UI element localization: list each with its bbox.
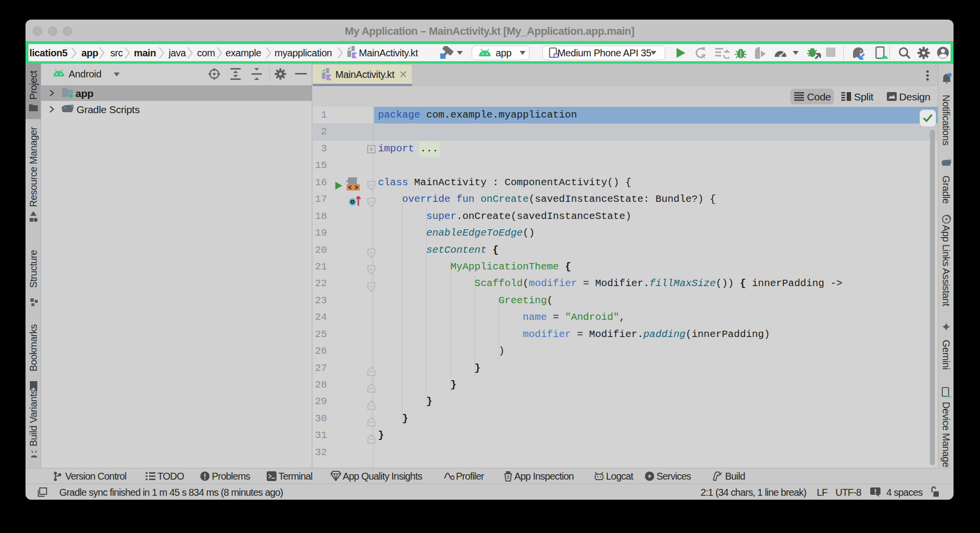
svg-text:A: A [701,52,705,59]
